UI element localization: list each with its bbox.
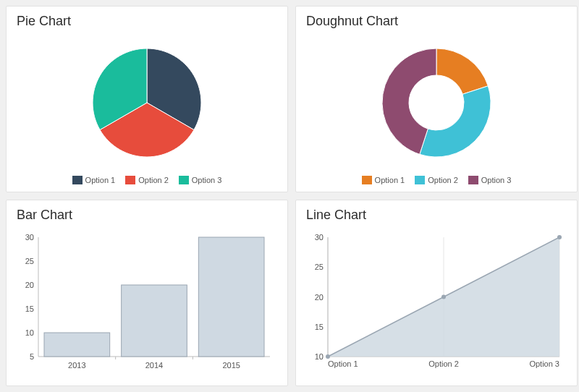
x-tick-label: Option 3 [529,359,559,368]
bar-chart-area: 51015202530201320142015 [17,226,277,378]
doughnut-chart-legend: Option 1Option 2Option 3 [306,176,567,184]
pie-chart-svg [75,38,219,168]
legend-item: Option 2 [125,176,169,184]
y-tick-label: 15 [315,322,324,331]
doughnut-chart-title: Doughnut Chart [306,14,567,29]
pie-chart-area [17,32,277,173]
pie-chart-legend: Option 1Option 2Option 3 [17,176,277,184]
bar-chart-title: Bar Chart [17,208,277,223]
legend-item: Option 2 [415,176,458,184]
legend-label: Option 3 [481,176,512,184]
y-tick-label: 25 [25,257,34,265]
line-chart-title: Line Chart [306,208,567,223]
legend-label: Option 3 [192,176,222,184]
legend-label: Option 1 [375,176,405,184]
legend-item: Option 3 [179,176,222,184]
y-tick-label: 10 [25,328,34,337]
y-tick-label: 15 [25,304,34,313]
legend-label: Option 1 [85,176,116,184]
x-tick-label: 2013 [68,361,85,370]
data-point [557,235,562,239]
legend-swatch [72,176,83,184]
y-tick-label: 10 [315,352,324,361]
bar [122,285,187,357]
legend-label: Option 2 [138,176,169,184]
bar-chart-svg: 51015202530201320142015 [17,230,277,375]
pie-chart-title: Pie Chart [17,14,277,29]
line-chart-area: 1015202530Option 1Option 2Option 3 [306,226,567,378]
legend-item: Option 3 [468,176,512,184]
doughnut-chart-svg [364,38,509,168]
legend-swatch [362,176,372,184]
legend-item: Option 1 [72,176,116,184]
y-tick-label: 30 [315,233,324,242]
y-tick-label: 25 [315,263,324,271]
doughnut-chart-area [306,32,567,173]
doughnut-slice [420,85,491,156]
bar-chart-panel: Bar Chart 51015202530201320142015 [6,200,288,386]
data-point [441,294,446,299]
legend-swatch [415,176,425,184]
legend-label: Option 2 [428,176,458,184]
line-chart-panel: Line Chart 1015202530Option 1Option 2Opt… [295,200,578,386]
x-tick-label: 2014 [145,361,163,370]
pie-chart-panel: Pie Chart Option 1Option 2Option 3 [6,6,288,192]
x-tick-label: Option 1 [328,359,358,368]
doughnut-chart-panel: Doughnut Chart Option 1Option 2Option 3 [295,6,578,192]
bar [44,333,110,357]
line-chart-svg: 1015202530Option 1Option 2Option 3 [306,230,567,375]
data-point [326,354,330,359]
bar [198,237,264,357]
doughnut-slice [436,48,488,94]
y-tick-label: 20 [315,292,324,301]
legend-swatch [125,176,135,184]
y-tick-label: 20 [25,281,34,289]
legend-item: Option 1 [362,176,405,184]
y-tick-label: 30 [25,233,34,242]
x-tick-label: 2015 [222,361,240,370]
legend-swatch [179,176,189,184]
x-tick-label: Option 2 [428,359,459,368]
legend-swatch [468,176,478,184]
y-tick-label: 5 [30,352,34,361]
